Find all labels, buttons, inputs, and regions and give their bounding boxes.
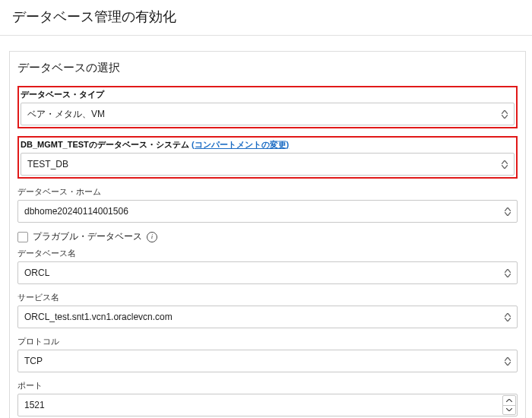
info-icon[interactable]: i [147,232,157,242]
highlight-db-system: DB_MGMT_TESTのデータベース・システム (コンパートメントの変更) T… [17,136,518,179]
db-system-select[interactable]: TEST_DB [21,153,515,176]
db-type-select[interactable]: ベア・メタル、VM [21,103,515,125]
pluggable-checkbox[interactable] [17,232,28,242]
protocol-select[interactable]: TCP [17,350,518,372]
db-type-label: データベース・タイプ [21,89,515,100]
change-compartment-link[interactable]: (コンパートメントの変更) [192,140,289,149]
page-title: データベース管理の有効化 [0,0,532,36]
port-label: ポート [17,380,518,391]
service-name-select[interactable]: ORCL_test.snt1.vcn1.oraclevcn.com [17,306,518,328]
pluggable-label: プラガブル・データベース [33,230,142,243]
port-input[interactable]: 1521 [17,394,518,416]
protocol-label: プロトコル [17,336,518,347]
db-select-panel: データベースの選択 データベース・タイプ ベア・メタル、VM DB_MGMT_T… [9,51,526,418]
db-name-label: データベース名 [17,248,518,259]
db-name-select[interactable]: ORCL [17,261,518,284]
db-system-label: DB_MGMT_TESTのデータベース・システム (コンパートメントの変更) [21,139,515,150]
panel-title: データベースの選択 [17,61,518,75]
service-name-label: サービス名 [17,292,518,303]
db-home-select[interactable]: dbhome20240114001506 [17,200,518,223]
db-system-label-suffix: のデータベース・システム [89,140,192,149]
db-system-label-prefix: DB_MGMT_TEST [21,140,89,149]
highlight-db-type: データベース・タイプ ベア・メタル、VM [17,86,518,128]
db-home-label: データベース・ホーム [17,186,518,198]
